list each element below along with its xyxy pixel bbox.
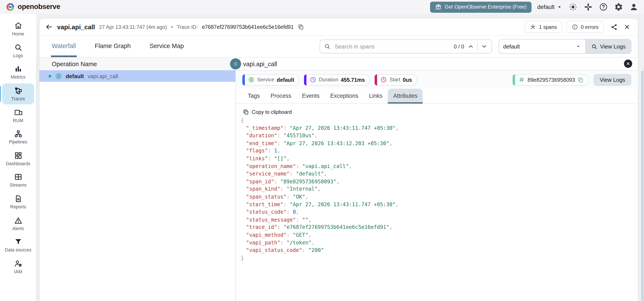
json-close-brace: } xyxy=(241,254,638,262)
right-scrollbar[interactable] xyxy=(641,71,644,301)
sidebar-item-iam[interactable]: IAM xyxy=(2,256,34,277)
copy-trace-id-icon[interactable] xyxy=(298,24,304,30)
sidebar-item-reports[interactable]: Reports xyxy=(2,191,34,212)
clock-icon xyxy=(310,76,316,83)
sidebar-item-rum[interactable]: RUM xyxy=(2,105,34,126)
view-tabs: WaterfallFlame GraphService Map xyxy=(51,36,185,57)
sidebar-item-metrics[interactable]: Metrics xyxy=(2,62,34,82)
sidebar-item-label: Traces xyxy=(11,96,25,101)
sidebar-item-pipelines[interactable]: Pipelines xyxy=(2,127,34,147)
back-arrow-icon[interactable] xyxy=(45,23,53,31)
json-token: "89e8295736958093" xyxy=(280,178,336,184)
json-token: , xyxy=(336,178,340,184)
sidebar-item-traces[interactable]: Traces xyxy=(2,84,34,104)
chip-accent xyxy=(304,74,307,85)
json-token: , xyxy=(305,194,308,200)
span-row[interactable]: default vapi.api_call xyxy=(40,70,235,82)
json-token: "vapi.api_call" xyxy=(302,163,349,169)
json-key: "span_id" xyxy=(246,178,274,184)
report-icon xyxy=(14,194,22,203)
json-key: "span_status" xyxy=(246,194,286,200)
tab-events[interactable]: Events xyxy=(296,89,325,104)
stream-selector[interactable]: default xyxy=(499,39,586,54)
copy-span-id-icon[interactable] xyxy=(578,77,584,83)
sidebar-item-home[interactable]: Home xyxy=(2,19,34,39)
tab-links[interactable]: Links xyxy=(364,89,388,104)
tab-process[interactable]: Process xyxy=(265,89,296,104)
enterprise-button[interactable]: Get OpenObserve Enterprise (Free) xyxy=(430,2,532,13)
json-token: : xyxy=(274,178,280,184)
chip-accent xyxy=(375,74,377,85)
tab-service-map[interactable]: Service Map xyxy=(149,36,184,57)
clock-icon xyxy=(380,76,387,83)
person-icon[interactable] xyxy=(629,3,638,12)
gear-icon[interactable] xyxy=(614,3,623,12)
close-span-panel-icon[interactable] xyxy=(624,60,632,68)
json-token: , xyxy=(318,186,321,192)
help-icon[interactable] xyxy=(599,3,608,12)
spans-hub-icon xyxy=(530,24,536,30)
tab-flame-graph[interactable]: Flame Graph xyxy=(94,36,132,57)
errors-count-label: 0 errors xyxy=(581,24,598,30)
json-key: "links" xyxy=(246,155,268,162)
json-key: "duration" xyxy=(246,132,277,139)
close-trace-icon[interactable] xyxy=(624,24,630,31)
warning-icon xyxy=(14,216,22,225)
sidebar: HomeLogsMetricsTracesRUMPipelinesDashboa… xyxy=(0,14,36,301)
sidebar-item-streams[interactable]: Streams xyxy=(2,170,34,191)
attribute-line: "service_name": "default", xyxy=(241,170,638,178)
tab-attributes[interactable]: Attributes xyxy=(388,89,423,104)
copy-to-clipboard-button[interactable]: Copy to clipboard xyxy=(243,109,638,115)
span-id-value: 89e8295736958093 xyxy=(528,77,575,83)
devices-icon xyxy=(14,108,22,116)
chevron-down-icon[interactable] xyxy=(481,43,488,50)
attribute-line: "end_time": "Apr 27, 2026 13:43:12.203 +… xyxy=(241,140,638,147)
attribute-line: "operation_name": "vapi.api_call", xyxy=(241,162,638,170)
json-token: : xyxy=(268,155,274,162)
hash-icon xyxy=(518,76,525,83)
view-logs-button[interactable]: View Logs xyxy=(586,39,632,54)
sidebar-item-label: Streams xyxy=(10,183,26,188)
sidebar-item-label: Reports xyxy=(10,204,26,209)
json-key: "status_code" xyxy=(246,209,286,215)
caret-down-icon xyxy=(576,44,581,49)
copy-to-clipboard-label: Copy to clipboard xyxy=(252,109,292,115)
tab-tags[interactable]: Tags xyxy=(242,89,265,104)
json-token: "455710us" xyxy=(284,132,314,139)
error-circle-icon xyxy=(572,24,578,30)
openobserve-logo-icon xyxy=(6,3,15,12)
slack-icon[interactable] xyxy=(584,3,592,12)
pipeline-icon xyxy=(14,130,22,138)
tab-exceptions[interactable]: Exceptions xyxy=(325,89,364,104)
sun-icon[interactable] xyxy=(568,3,578,12)
tab-waterfall[interactable]: Waterfall xyxy=(51,36,77,57)
logo-text: openobserve xyxy=(18,3,60,11)
attribute-line: "status_code": 0, xyxy=(241,208,638,216)
drag-handle-icon[interactable] xyxy=(230,58,241,69)
sidebar-item-data-sources[interactable]: Data sources xyxy=(2,235,34,255)
copy-icon xyxy=(243,109,249,115)
span-panel-title: vapi.api_call xyxy=(243,60,277,68)
sidebar-item-label: Home xyxy=(12,31,24,36)
sidebar-item-alerts[interactable]: Alerts xyxy=(2,213,34,234)
sidebar-item-dashboards[interactable]: Dashboards xyxy=(2,148,34,169)
json-token: "/token" xyxy=(286,239,312,245)
gift-icon xyxy=(435,4,442,10)
search-input[interactable] xyxy=(334,43,450,50)
openobserve-logo[interactable]: openobserve xyxy=(6,3,60,12)
sidebar-item-logs[interactable]: Logs xyxy=(2,40,34,61)
chip-accent xyxy=(513,74,515,85)
org-selector[interactable]: default xyxy=(537,4,563,10)
span-meta-chips: ServicedefaultDuration455.71msStart0us 8… xyxy=(236,71,638,89)
caret-down-icon xyxy=(556,4,563,10)
json-token: "e7687ef27699753b641ee6c5e16efd91" xyxy=(284,224,389,230)
sidebar-item-label: IAM xyxy=(14,269,22,274)
spans-count-label: 1 spans xyxy=(539,24,557,30)
json-token: : xyxy=(302,247,308,253)
span-service-name: default xyxy=(66,73,84,79)
app: openobserve Get OpenObserve Enterprise (… xyxy=(0,0,644,301)
chevron-up-icon[interactable] xyxy=(468,43,474,50)
search-icon xyxy=(14,43,22,52)
share-icon[interactable] xyxy=(610,23,618,31)
view-logs-button[interactable]: View Logs xyxy=(594,74,632,86)
